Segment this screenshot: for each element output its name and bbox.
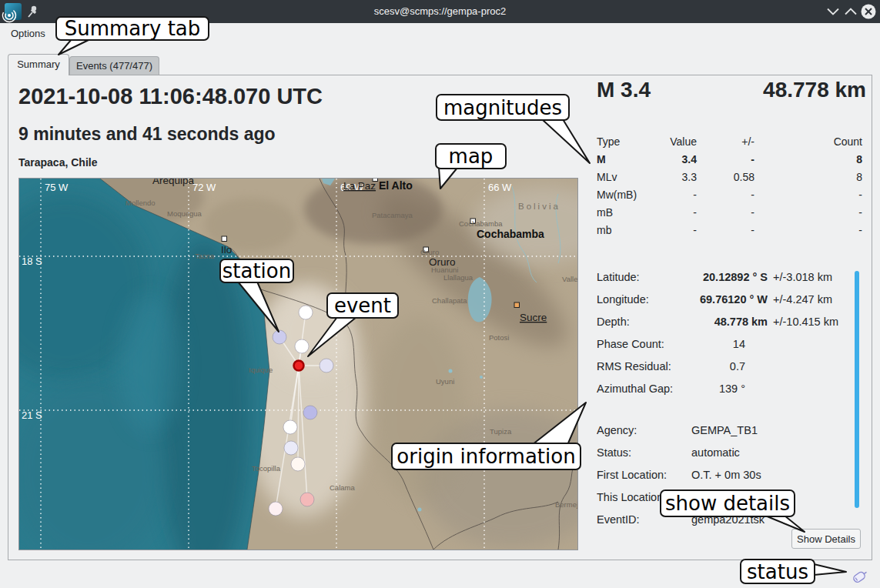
map-label-patacamaya: Patacamaya [372, 211, 413, 219]
origin-information: Latitude:20.12892 ° S+/-3.018 kmLongitud… [597, 266, 855, 399]
origin-time: 2021-10-08 11:06:48.070 UTC [18, 84, 323, 109]
map-label-tocopilla: Tocopilla [252, 464, 281, 473]
origin-value: 48.778 km [695, 316, 768, 328]
origin-label: Phase Count: [597, 338, 695, 350]
map-label-el-alto: El Alto [379, 179, 413, 192]
annotation-map: map [435, 143, 507, 169]
app-icon [0, 3, 22, 23]
graticule-label: 66 W [488, 182, 512, 193]
origin-row: RMS Residual:0.7 [597, 355, 855, 377]
origin-row: Depth:48.778 km+/-10.415 km [597, 310, 855, 332]
event-marker[interactable] [294, 361, 304, 371]
map[interactable]: 75 W72 W69 W66 W18 S21 S ArequipaLa PazE… [19, 179, 577, 550]
scesv-window: scesv@scmps://gempa-proc2 [0, 0, 880, 588]
panel-scrollbar[interactable] [855, 271, 859, 508]
tab-events[interactable]: Events (477/477) [69, 56, 159, 75]
annotation-show-details: show details [660, 489, 795, 517]
detail-row: Agency:GEMPA_TB1 [597, 419, 862, 441]
origin-row: Latitude:20.12892 ° S+/-3.018 km [597, 266, 855, 288]
magnitude-row: Mw(mB)--- [597, 185, 862, 203]
magnitude-uncertainty: - [697, 153, 755, 165]
magnitude-table-header: TypeValue+/-Count [597, 132, 862, 150]
magnitude-count: 8 [755, 153, 862, 165]
menu-options[interactable]: Options [11, 23, 45, 45]
tab-summary[interactable]: Summary [8, 54, 69, 75]
map-label-challapata: Challapata [432, 296, 467, 305]
detail-value: automatic [691, 446, 862, 459]
origin-value: 0.7 [695, 360, 768, 373]
origin-label: Longitude: [597, 293, 695, 306]
close-button[interactable] [862, 5, 876, 19]
origin-row: Longitude:69.76120 ° W+/-4.247 km [597, 288, 855, 310]
map-label-moquegua: Moquegua [167, 209, 202, 218]
station-marker[interactable] [291, 457, 305, 471]
magnitude-value: - [662, 224, 697, 236]
annotation-status: status [740, 559, 815, 584]
magnitude-uncertainty: 0.58 [697, 171, 755, 183]
origin-value: 20.12892 ° S [695, 271, 768, 283]
station-marker[interactable] [283, 420, 297, 434]
magnitude-value: - [662, 206, 697, 219]
station-marker[interactable] [284, 441, 298, 455]
annotation-magnitudes: magnitudes [436, 94, 570, 121]
detail-row: Status:automatic [597, 441, 862, 463]
station-marker[interactable] [295, 339, 309, 353]
city-marker [514, 302, 520, 308]
origin-label: Azimuthal Gap: [597, 383, 695, 395]
maximize-icon[interactable] [845, 9, 856, 15]
map-label-mollendo: Mollendo [125, 199, 156, 207]
column-header: Count [755, 135, 862, 148]
graticule-label: 18 S [22, 256, 42, 267]
pin-icon[interactable] [28, 6, 36, 17]
map-label-cochabamba: Cochabamba [477, 228, 544, 240]
origin-value: 139 ° [695, 383, 768, 395]
map-label-calama: Calama [330, 483, 355, 492]
annotation-event: event [326, 292, 399, 319]
origin-uncertainty: +/-4.247 km [768, 293, 855, 306]
origin-row: Phase Count:14 [597, 332, 855, 355]
magnitude-row: mb--- [597, 221, 862, 239]
magnitude-value: - [662, 189, 697, 201]
station-marker[interactable] [320, 359, 333, 373]
magnitude-count: - [755, 206, 862, 219]
map-label-iquique: Iquique [249, 366, 273, 374]
annotation-tail-status [814, 564, 846, 575]
graticule-label: 21 S [22, 409, 42, 421]
minimize-icon[interactable] [828, 9, 838, 15]
station-marker[interactable] [273, 330, 286, 344]
magnitude-count: 8 [755, 171, 862, 183]
magnitude-type: mB [597, 206, 662, 219]
magnitude-uncertainty: - [697, 189, 755, 201]
map-label-arequipa: Arequipa [152, 179, 195, 186]
column-header: +/- [697, 135, 755, 148]
detail-value: O.T. + 0m 30s [691, 469, 862, 481]
magnitude-count: - [755, 224, 862, 236]
magnitude-table: TypeValue+/-CountM3.4-8MLv3.30.588Mw(mB)… [597, 132, 862, 239]
magnitude-row: M3.4-8 [597, 150, 862, 168]
map-label-oruro: Oruro [420, 248, 439, 256]
preferred-depth: 48.778 km [763, 78, 866, 102]
preferred-magnitude: M 3.4 [597, 78, 651, 102]
graticule-label: 75 W [45, 182, 69, 193]
station-marker[interactable] [300, 493, 314, 506]
magnitude-value: 3.3 [662, 171, 697, 183]
map-label-tupiza: Tupiza [490, 427, 512, 436]
map-label-cochabamba: Cochabamba [459, 219, 503, 228]
show-details-button[interactable]: Show Details [791, 529, 861, 549]
magnitude-type: Mw(mB) [597, 189, 662, 201]
connection-status-icon[interactable] [848, 566, 870, 585]
map-label-bermejo: Bermejo [555, 500, 577, 509]
origin-value: 69.76120 ° W [695, 293, 768, 306]
region-name: Tarapaca, Chile [18, 156, 97, 169]
detail-row: First Location:O.T. + 0m 30s [597, 463, 862, 486]
detail-value: GEMPA_TB1 [691, 424, 862, 436]
station-marker[interactable] [303, 406, 317, 419]
detail-label: Agency: [597, 424, 691, 436]
station-marker[interactable] [269, 502, 283, 516]
origin-uncertainty: +/-3.018 km [768, 271, 855, 283]
annotation-summary-tab: Summary tab [55, 16, 209, 41]
station-marker[interactable] [299, 306, 313, 319]
column-header: Type [597, 135, 662, 148]
map-label-bolivia: Bolivia [518, 202, 560, 211]
annotation-station: station [219, 259, 294, 283]
